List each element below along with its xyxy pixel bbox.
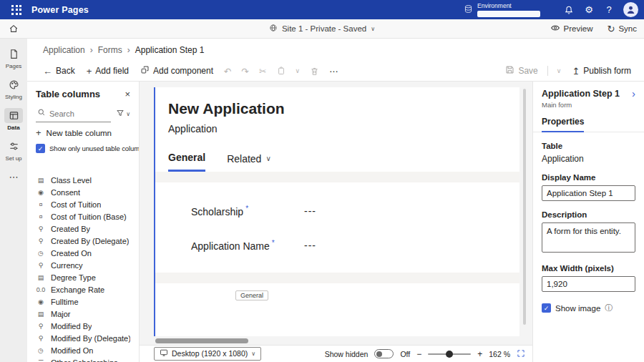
section-spacer bbox=[155, 172, 519, 182]
help-icon[interactable]: ? bbox=[599, 0, 619, 19]
collapse-panel-chevron-icon[interactable]: › bbox=[632, 89, 635, 98]
filter-button[interactable]: ∨ bbox=[116, 109, 130, 119]
display-name-label: Display Name bbox=[542, 173, 635, 182]
form-field[interactable]: Application Name* --- bbox=[191, 228, 519, 263]
back-button[interactable]: ← Back bbox=[37, 63, 81, 79]
delete-trash-icon[interactable] bbox=[305, 67, 324, 76]
table-column-item[interactable]: ▤ Major bbox=[27, 308, 139, 321]
publish-form-button[interactable]: ↥ Publish form bbox=[566, 63, 637, 79]
chevron-right-icon: › bbox=[127, 45, 130, 55]
properties-panel: Application Step 1 › Main form Propertie… bbox=[532, 82, 644, 362]
table-column-item[interactable]: ◉ Fulltime bbox=[27, 296, 139, 308]
table-column-item[interactable]: ☰ Other Scholarships bbox=[27, 357, 139, 362]
sync-icon: ↻ bbox=[608, 24, 615, 34]
form-table-name: Application bbox=[168, 123, 519, 134]
column-type-icon: ◷ bbox=[36, 346, 46, 356]
zoom-out-button[interactable]: − bbox=[416, 349, 421, 359]
add-field-button[interactable]: + Add field bbox=[81, 63, 135, 79]
column-name: Modified By bbox=[51, 322, 92, 331]
selected-element-title: Application Step 1 bbox=[542, 89, 632, 99]
table-column-item[interactable]: ▤ Class Level bbox=[27, 175, 139, 187]
eye-icon bbox=[550, 23, 560, 34]
table-column-item[interactable]: ⚲ Modified By bbox=[27, 321, 139, 333]
search-input[interactable] bbox=[49, 109, 109, 118]
sidebar-item-pages[interactable]: Pages bbox=[0, 44, 27, 73]
column-name: Cost of Tuition (Base) bbox=[51, 212, 127, 222]
display-name-input[interactable] bbox=[542, 185, 635, 201]
table-column-item[interactable]: ⚲ Modified By (Delegate) bbox=[27, 333, 139, 345]
table-column-item[interactable]: 0.0 Exchange Rate bbox=[27, 284, 139, 296]
preview-button[interactable]: Preview bbox=[550, 23, 593, 34]
device-size-dropdown[interactable]: Desktop (1920 x 1080) ∨ bbox=[154, 347, 261, 361]
table-column-item[interactable]: ◷ Created On bbox=[27, 248, 139, 260]
table-column-item[interactable]: ▤ Degree Type bbox=[27, 272, 139, 284]
add-component-button[interactable]: Add component bbox=[135, 63, 219, 79]
show-hidden-label: Show hidden bbox=[325, 350, 369, 358]
redo-icon[interactable]: ↷ bbox=[237, 66, 254, 77]
new-table-column-button[interactable]: + New table column bbox=[27, 122, 139, 142]
table-column-item[interactable]: ⚲ Created By bbox=[27, 223, 139, 235]
column-name: Modified On bbox=[51, 346, 93, 356]
save-button[interactable]: Save bbox=[499, 63, 543, 79]
required-marker: * bbox=[245, 205, 248, 212]
notifications-bell-icon[interactable] bbox=[559, 0, 579, 19]
column-name: Modified By (Delegate) bbox=[51, 334, 130, 343]
column-type-icon: ◷ bbox=[36, 249, 46, 258]
environment-label: Environment bbox=[477, 2, 540, 9]
site-status-menu[interactable]: Site 1 - Private - Saved ∨ bbox=[269, 24, 375, 34]
breadcrumb-current: Application Step 1 bbox=[135, 45, 205, 55]
sidebar-item-setup[interactable]: Set up bbox=[0, 137, 27, 165]
horizontal-scrollbar[interactable] bbox=[155, 338, 248, 343]
table-column-item[interactable]: ⚲ Currency bbox=[27, 260, 139, 272]
max-width-label: Max Width (pixels) bbox=[542, 264, 635, 273]
paste-clipboard-icon[interactable] bbox=[272, 67, 291, 75]
form-field[interactable]: Scholarship* --- bbox=[191, 194, 519, 228]
form-record-title: New Application bbox=[168, 100, 519, 117]
zoom-level: 162 % bbox=[489, 350, 510, 358]
table-column-item[interactable]: ◷ Modified On bbox=[27, 345, 139, 357]
tab-general[interactable]: General bbox=[168, 152, 205, 172]
chevron-down-icon[interactable]: ∨ bbox=[291, 67, 306, 74]
environment-picker[interactable]: Environment bbox=[464, 2, 540, 17]
tab-related[interactable]: Related ∨ bbox=[227, 152, 271, 172]
description-input[interactable]: A form for this entity. bbox=[542, 222, 635, 253]
table-column-item[interactable]: ¤ Cost of Tuition bbox=[27, 199, 139, 211]
show-hidden-toggle[interactable] bbox=[374, 349, 394, 358]
save-options-chevron-icon[interactable]: ∨ bbox=[552, 67, 567, 74]
sync-button[interactable]: ↻ Sync bbox=[608, 24, 637, 34]
form-preview-page[interactable]: New Application Application General Rela… bbox=[154, 87, 519, 336]
max-width-input[interactable] bbox=[542, 276, 635, 292]
table-column-item[interactable]: ◉ Consent bbox=[27, 187, 139, 199]
undo-icon[interactable]: ↶ bbox=[219, 66, 236, 77]
close-icon[interactable]: × bbox=[125, 89, 130, 99]
breadcrumb-forms[interactable]: Forms bbox=[98, 45, 122, 55]
table-column-item[interactable]: ¤ Cost of Tuition (Base) bbox=[27, 211, 139, 223]
sidebar-item-styling[interactable]: Styling bbox=[0, 75, 27, 104]
home-icon[interactable] bbox=[0, 24, 27, 34]
fit-to-screen-icon[interactable] bbox=[517, 349, 525, 359]
show-unused-columns-checkbox[interactable]: ✓ Show only unused table columns bbox=[27, 142, 139, 157]
waffle-menu-icon[interactable] bbox=[6, 5, 27, 15]
field-value: --- bbox=[304, 240, 316, 251]
rail-more-button[interactable]: ⋯ bbox=[9, 172, 19, 182]
table-column-item[interactable]: ⚲ Created By (Delegate) bbox=[27, 235, 139, 248]
column-name: Degree Type bbox=[51, 273, 96, 283]
zoom-in-button[interactable]: + bbox=[477, 349, 482, 359]
tab-properties[interactable]: Properties bbox=[542, 117, 584, 132]
cut-scissors-icon[interactable]: ✂ bbox=[254, 66, 271, 77]
info-icon[interactable]: ⓘ bbox=[605, 303, 613, 313]
chevron-down-icon: ∨ bbox=[126, 111, 130, 117]
settings-gear-icon[interactable]: ⚙ bbox=[579, 0, 599, 19]
sidebar-item-data[interactable]: Data bbox=[0, 106, 27, 134]
breadcrumb-application[interactable]: Application bbox=[43, 45, 85, 55]
section-name-tag[interactable]: General bbox=[235, 290, 268, 300]
zoom-slider[interactable] bbox=[428, 353, 471, 355]
vertical-scrollbar[interactable] bbox=[523, 89, 526, 325]
site-bar: Site 1 - Private - Saved ∨ Preview ↻ Syn… bbox=[0, 19, 644, 39]
column-name: Currency bbox=[51, 261, 83, 270]
user-avatar[interactable] bbox=[623, 2, 638, 17]
more-options-icon[interactable]: ⋯ bbox=[324, 66, 343, 77]
column-name: Other Scholarships bbox=[51, 358, 118, 362]
show-image-checkbox[interactable]: ✓ Show image ⓘ bbox=[542, 303, 635, 313]
column-name: Class Level bbox=[51, 176, 92, 185]
